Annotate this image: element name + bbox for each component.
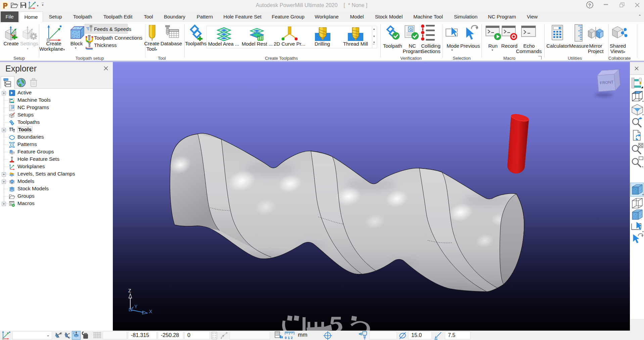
svg-text:2: 2 xyxy=(291,336,293,340)
svg-text:G: G xyxy=(409,27,412,32)
svg-text:X: X xyxy=(60,332,62,335)
svg-text:Z: Z xyxy=(128,288,131,293)
svg-text:z: z xyxy=(213,336,214,338)
svg-text:Y: Y xyxy=(134,304,138,309)
svg-text:X: X xyxy=(149,309,152,314)
svg-text:?: ? xyxy=(588,3,591,8)
svg-text:Z: Z xyxy=(73,331,75,335)
svg-text:Y: Y xyxy=(68,336,71,339)
svg-text:0: 0 xyxy=(285,336,287,340)
svg-text:1: 1 xyxy=(288,336,290,340)
